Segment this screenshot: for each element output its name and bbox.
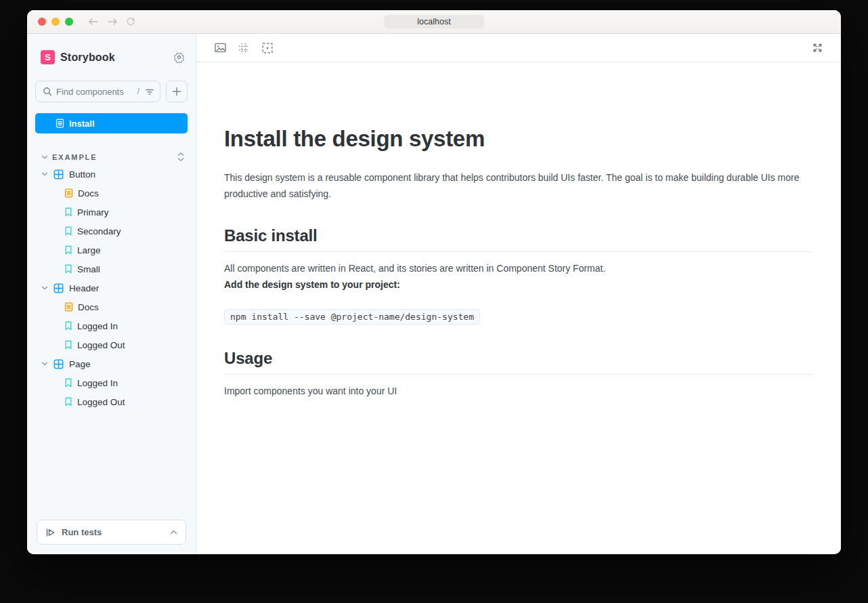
component-icon [53, 359, 64, 369]
browser-window: localhost S Storybook Fi [27, 10, 841, 554]
chevron-down-icon [41, 171, 48, 177]
section-heading-basic-install: Basic install [224, 226, 813, 252]
tree-item-label: Logged In [77, 321, 118, 331]
tree-item-label: Page [69, 359, 91, 369]
docs-content: Install the design system This design sy… [196, 62, 841, 554]
gear-icon[interactable] [173, 51, 185, 63]
sidebar-item-docs[interactable]: Docs [27, 184, 196, 203]
page-title: Install the design system [224, 126, 813, 152]
tree-item-label: Small [77, 264, 100, 274]
canvas-toolbar [196, 34, 841, 62]
bookmark-icon [64, 264, 72, 274]
tree-item-label: Docs [78, 188, 99, 199]
tree-item-label: Logged Out [77, 397, 125, 407]
back-icon[interactable] [88, 18, 99, 26]
storybook-logo[interactable]: S [41, 50, 55, 64]
docs-icon [64, 188, 73, 198]
plus-icon [172, 87, 181, 96]
reload-icon[interactable] [126, 17, 135, 26]
sidebar-item-secondary[interactable]: Secondary [27, 222, 196, 241]
browser-chrome: localhost [27, 10, 841, 34]
section-label: EXAMPLE [52, 153, 177, 161]
forward-icon[interactable] [107, 18, 118, 26]
sidebar-item-logged-in[interactable]: Logged In [27, 373, 196, 392]
search-placeholder: Find components [56, 87, 137, 97]
section-bold-line: Add the design system to your project: [224, 276, 813, 293]
chevron-down-icon [41, 285, 48, 291]
close-window-icon[interactable] [38, 18, 46, 26]
minimize-window-icon[interactable] [51, 18, 60, 26]
section-paragraph: All components are written in React, and… [224, 260, 813, 276]
docs-icon [64, 302, 73, 312]
tree-item-label: Large [77, 245, 101, 255]
run-tests-play-icon [45, 527, 56, 538]
sidebar-item-label: Install [69, 119, 95, 129]
search-shortcut-hint: / [137, 87, 139, 96]
outline-icon[interactable] [261, 41, 274, 55]
story-tree: ButtonDocsPrimarySecondaryLargeSmallHead… [27, 165, 196, 411]
sidebar-item-install[interactable]: Install [35, 113, 188, 133]
component-icon [53, 283, 64, 293]
sidebar-item-page[interactable]: Page [27, 354, 196, 373]
preview-canvas: Install the design system This design sy… [196, 34, 841, 554]
tree-item-label: Button [69, 169, 95, 180]
grid-icon[interactable] [237, 41, 251, 55]
brand-title[interactable]: Storybook [60, 51, 173, 64]
sidebar-item-header[interactable]: Header [27, 278, 196, 297]
chevron-down-icon [41, 154, 48, 160]
chevron-down-icon [41, 361, 48, 367]
search-icon [43, 87, 52, 96]
tree-item-label: Logged In [77, 378, 118, 388]
tree-item-label: Logged Out [77, 340, 125, 350]
sidebar-item-logged-out[interactable]: Logged Out [27, 392, 196, 411]
bookmark-icon [64, 245, 72, 255]
sidebar-item-button[interactable]: Button [27, 165, 196, 184]
fullscreen-expand-icon[interactable] [810, 41, 824, 55]
bookmark-icon [64, 378, 72, 388]
background-image-icon[interactable] [213, 41, 227, 55]
bookmark-icon [64, 340, 72, 350]
intro-paragraph: This design system is a reusable compone… [224, 169, 813, 202]
section-heading-usage: Usage [224, 349, 813, 375]
sidebar-section-example[interactable]: EXAMPLE [27, 152, 186, 162]
component-icon [53, 169, 64, 180]
zoom-window-icon[interactable] [65, 18, 73, 26]
sidebar-item-logged-in[interactable]: Logged In [27, 316, 196, 335]
collapse-expand-all-icon[interactable] [177, 152, 185, 162]
section-paragraph: Import components you want into your UI [224, 383, 813, 399]
traffic-lights [38, 18, 73, 26]
sidebar-item-primary[interactable]: Primary [27, 203, 196, 222]
install-command-code[interactable]: npm install --save @project-name/design-… [224, 309, 480, 325]
run-tests-button[interactable]: Run tests [37, 520, 186, 545]
sidebar-item-docs[interactable]: Docs [27, 297, 196, 316]
run-tests-label: Run tests [62, 527, 170, 537]
tree-item-label: Primary [77, 207, 109, 217]
bookmark-icon [64, 207, 72, 217]
sidebar-item-large[interactable]: Large [27, 241, 196, 259]
search-input[interactable]: Find components / [35, 81, 160, 102]
bookmark-icon [64, 226, 72, 236]
create-story-button[interactable] [166, 81, 188, 102]
chevron-up-icon [170, 530, 177, 535]
sidebar: S Storybook Find components / [27, 34, 196, 554]
tree-item-label: Docs [78, 302, 99, 312]
url-bar[interactable]: localhost [384, 15, 484, 28]
sidebar-item-logged-out[interactable]: Logged Out [27, 335, 196, 354]
tree-item-label: Header [69, 283, 99, 293]
bookmark-icon [64, 397, 72, 407]
filter-icon[interactable] [145, 87, 154, 96]
docs-icon [56, 119, 64, 128]
bookmark-icon [64, 321, 72, 331]
tree-item-label: Secondary [77, 226, 121, 236]
sidebar-item-small[interactable]: Small [27, 259, 196, 278]
